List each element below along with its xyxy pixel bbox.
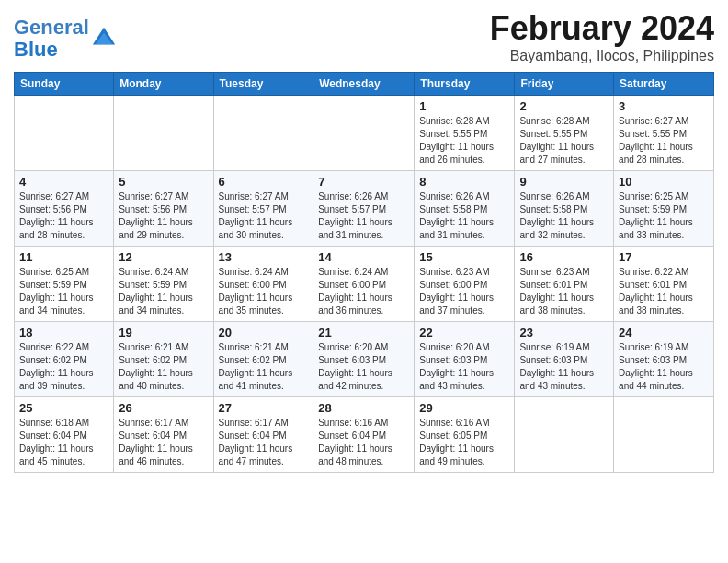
day-number: 15	[419, 250, 509, 264]
calendar-cell: 5Sunrise: 6:27 AM Sunset: 5:56 PM Daylig…	[114, 171, 213, 247]
calendar-cell: 24Sunrise: 6:19 AM Sunset: 6:03 PM Dayli…	[614, 322, 714, 397]
day-info: Sunrise: 6:18 AM Sunset: 6:04 PM Dayligh…	[19, 417, 108, 468]
calendar-week-row: 18Sunrise: 6:22 AM Sunset: 6:02 PM Dayli…	[15, 322, 714, 397]
calendar-cell: 6Sunrise: 6:27 AM Sunset: 5:57 PM Daylig…	[213, 171, 313, 247]
title-area: February 2024 Bayambang, Ilocos, Philipp…	[490, 9, 714, 64]
day-info: Sunrise: 6:23 AM Sunset: 6:00 PM Dayligh…	[419, 266, 509, 317]
day-number: 6	[219, 175, 309, 189]
calendar-cell: 14Sunrise: 6:24 AM Sunset: 6:00 PM Dayli…	[313, 247, 415, 322]
page-header: General Blue February 2024 Bayambang, Il…	[14, 9, 714, 64]
day-number: 29	[419, 401, 509, 415]
day-info: Sunrise: 6:16 AM Sunset: 6:04 PM Dayligh…	[318, 417, 409, 468]
day-number: 21	[318, 326, 409, 339]
location-title: Bayambang, Ilocos, Philippines	[490, 48, 714, 64]
calendar-cell	[114, 96, 213, 171]
day-info: Sunrise: 6:23 AM Sunset: 6:01 PM Dayligh…	[519, 266, 609, 317]
calendar-cell: 27Sunrise: 6:17 AM Sunset: 6:04 PM Dayli…	[213, 397, 313, 473]
calendar-cell: 28Sunrise: 6:16 AM Sunset: 6:04 PM Dayli…	[313, 397, 415, 473]
day-info: Sunrise: 6:25 AM Sunset: 5:59 PM Dayligh…	[19, 266, 108, 317]
day-number: 14	[318, 250, 409, 264]
weekday-header: Wednesday	[313, 73, 415, 96]
calendar-header-row: SundayMondayTuesdayWednesdayThursdayFrid…	[15, 73, 714, 96]
calendar-cell: 16Sunrise: 6:23 AM Sunset: 6:01 PM Dayli…	[515, 247, 614, 322]
day-info: Sunrise: 6:19 AM Sunset: 6:03 PM Dayligh…	[619, 341, 709, 393]
day-info: Sunrise: 6:20 AM Sunset: 6:03 PM Dayligh…	[419, 341, 509, 393]
calendar-cell: 2Sunrise: 6:28 AM Sunset: 5:55 PM Daylig…	[515, 96, 614, 171]
day-number: 27	[219, 401, 309, 415]
weekday-header: Thursday	[415, 73, 515, 96]
calendar-cell: 25Sunrise: 6:18 AM Sunset: 6:04 PM Dayli…	[15, 397, 114, 473]
weekday-header: Friday	[515, 73, 614, 96]
day-number: 24	[619, 326, 709, 339]
calendar-cell: 4Sunrise: 6:27 AM Sunset: 5:56 PM Daylig…	[15, 171, 114, 247]
day-number: 5	[119, 175, 208, 189]
day-info: Sunrise: 6:17 AM Sunset: 6:04 PM Dayligh…	[219, 417, 309, 468]
day-number: 10	[619, 175, 709, 189]
day-info: Sunrise: 6:27 AM Sunset: 5:56 PM Dayligh…	[19, 190, 108, 242]
day-info: Sunrise: 6:16 AM Sunset: 6:05 PM Dayligh…	[419, 417, 509, 468]
calendar-cell: 13Sunrise: 6:24 AM Sunset: 6:00 PM Dayli…	[213, 247, 313, 322]
day-info: Sunrise: 6:20 AM Sunset: 6:03 PM Dayligh…	[318, 341, 409, 393]
day-info: Sunrise: 6:24 AM Sunset: 5:59 PM Dayligh…	[119, 266, 208, 317]
day-number: 12	[119, 250, 208, 264]
weekday-header: Monday	[114, 73, 213, 96]
day-info: Sunrise: 6:22 AM Sunset: 6:01 PM Dayligh…	[619, 266, 709, 317]
day-info: Sunrise: 6:26 AM Sunset: 5:57 PM Dayligh…	[318, 190, 409, 242]
day-info: Sunrise: 6:28 AM Sunset: 5:55 PM Dayligh…	[419, 115, 509, 167]
day-info: Sunrise: 6:17 AM Sunset: 6:04 PM Dayligh…	[119, 417, 208, 468]
calendar-cell: 8Sunrise: 6:26 AM Sunset: 5:58 PM Daylig…	[415, 171, 515, 247]
logo-icon	[91, 26, 117, 52]
calendar-cell: 7Sunrise: 6:26 AM Sunset: 5:57 PM Daylig…	[313, 171, 415, 247]
calendar-cell	[213, 96, 313, 171]
calendar-cell: 10Sunrise: 6:25 AM Sunset: 5:59 PM Dayli…	[614, 171, 714, 247]
day-info: Sunrise: 6:27 AM Sunset: 5:55 PM Dayligh…	[619, 115, 709, 167]
calendar-week-row: 4Sunrise: 6:27 AM Sunset: 5:56 PM Daylig…	[15, 171, 714, 247]
day-number: 16	[519, 250, 609, 264]
calendar-cell	[614, 397, 714, 473]
day-info: Sunrise: 6:19 AM Sunset: 6:03 PM Dayligh…	[519, 341, 609, 393]
calendar-cell: 17Sunrise: 6:22 AM Sunset: 6:01 PM Dayli…	[614, 247, 714, 322]
day-number: 18	[19, 326, 108, 339]
day-number: 25	[19, 401, 108, 415]
day-info: Sunrise: 6:25 AM Sunset: 5:59 PM Dayligh…	[619, 190, 709, 242]
calendar-cell: 19Sunrise: 6:21 AM Sunset: 6:02 PM Dayli…	[114, 322, 213, 397]
month-title: February 2024	[490, 9, 714, 48]
day-number: 4	[19, 175, 108, 189]
calendar-week-row: 25Sunrise: 6:18 AM Sunset: 6:04 PM Dayli…	[15, 397, 714, 473]
day-number: 3	[619, 99, 709, 113]
weekday-header: Tuesday	[213, 73, 313, 96]
logo: General Blue	[14, 17, 117, 61]
day-info: Sunrise: 6:21 AM Sunset: 6:02 PM Dayligh…	[219, 341, 309, 393]
logo-text: General Blue	[14, 17, 89, 61]
day-number: 22	[419, 326, 509, 339]
day-info: Sunrise: 6:27 AM Sunset: 5:57 PM Dayligh…	[219, 190, 309, 242]
calendar-cell: 12Sunrise: 6:24 AM Sunset: 5:59 PM Dayli…	[114, 247, 213, 322]
calendar-week-row: 1Sunrise: 6:28 AM Sunset: 5:55 PM Daylig…	[15, 96, 714, 171]
calendar-week-row: 11Sunrise: 6:25 AM Sunset: 5:59 PM Dayli…	[15, 247, 714, 322]
calendar-cell	[15, 96, 114, 171]
weekday-header: Sunday	[15, 73, 114, 96]
calendar-cell	[515, 397, 614, 473]
day-number: 9	[519, 175, 609, 189]
day-info: Sunrise: 6:21 AM Sunset: 6:02 PM Dayligh…	[119, 341, 208, 393]
calendar-cell: 23Sunrise: 6:19 AM Sunset: 6:03 PM Dayli…	[515, 322, 614, 397]
day-number: 20	[219, 326, 309, 339]
calendar-table: SundayMondayTuesdayWednesdayThursdayFrid…	[14, 72, 714, 473]
day-info: Sunrise: 6:26 AM Sunset: 5:58 PM Dayligh…	[519, 190, 609, 242]
day-number: 17	[619, 250, 709, 264]
calendar-cell	[313, 96, 415, 171]
day-number: 7	[318, 175, 409, 189]
calendar-cell: 26Sunrise: 6:17 AM Sunset: 6:04 PM Dayli…	[114, 397, 213, 473]
calendar-cell: 15Sunrise: 6:23 AM Sunset: 6:00 PM Dayli…	[415, 247, 515, 322]
day-number: 23	[519, 326, 609, 339]
day-number: 2	[519, 99, 609, 113]
day-number: 8	[419, 175, 509, 189]
calendar-cell: 3Sunrise: 6:27 AM Sunset: 5:55 PM Daylig…	[614, 96, 714, 171]
day-number: 1	[419, 99, 509, 113]
weekday-header: Saturday	[614, 73, 714, 96]
day-number: 26	[119, 401, 208, 415]
calendar-cell: 21Sunrise: 6:20 AM Sunset: 6:03 PM Dayli…	[313, 322, 415, 397]
calendar-cell: 29Sunrise: 6:16 AM Sunset: 6:05 PM Dayli…	[415, 397, 515, 473]
day-info: Sunrise: 6:22 AM Sunset: 6:02 PM Dayligh…	[19, 341, 108, 393]
day-info: Sunrise: 6:24 AM Sunset: 6:00 PM Dayligh…	[318, 266, 409, 317]
